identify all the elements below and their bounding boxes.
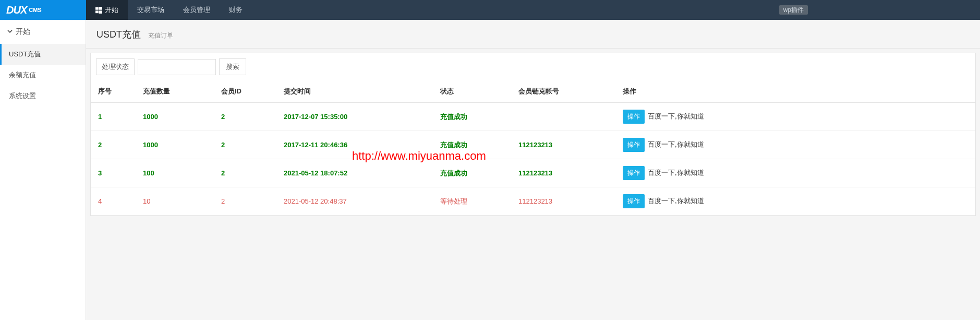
nav-label: 会员管理 xyxy=(183,5,210,15)
page-title: USDT充值 xyxy=(96,28,141,41)
row-action-button[interactable]: 操作 xyxy=(623,110,645,124)
td-amount: 100 xyxy=(138,159,216,187)
th-seq: 序号 xyxy=(91,80,138,103)
page-header: USDT充值 充值订单 xyxy=(86,20,980,49)
brand-text-big: DUX xyxy=(6,4,27,16)
td-seq: 1 xyxy=(91,103,138,131)
row-action-button[interactable]: 操作 xyxy=(623,166,645,180)
svg-rect-2 xyxy=(95,10,99,13)
orders-table: 序号 充值数量 会员ID 提交时间 状态 会员链克帐号 操作 110002201… xyxy=(91,80,975,216)
table-row: 41022021-05-12 20:48:37等待处理112123213操作百度… xyxy=(91,187,975,216)
nav-right: wp插件 xyxy=(779,6,808,15)
td-ops: 操作百度一下,你就知道 xyxy=(618,131,975,159)
nav-items: 开始 交易市场 会员管理 财务 xyxy=(86,0,252,20)
sidebar-item-label: 系统设置 xyxy=(9,92,36,100)
nav-label: 开始 xyxy=(105,5,118,15)
row-action-button[interactable]: 操作 xyxy=(623,194,645,208)
main-content: USDT充值 充值订单 处理状态 搜索 序号 充值数量 会员ID 提交时间 状态 xyxy=(86,20,980,320)
svg-rect-1 xyxy=(99,7,103,10)
th-amount: 充值数量 xyxy=(138,80,216,103)
th-submit-time: 提交时间 xyxy=(279,80,435,103)
chevron-down-icon xyxy=(7,28,13,35)
td-submit-time: 2017-12-07 15:35:00 xyxy=(279,103,435,131)
td-submit-time: 2021-05-12 18:07:52 xyxy=(279,159,435,187)
svg-rect-3 xyxy=(99,10,103,14)
sidebar-item-system-settings[interactable]: 系统设置 xyxy=(0,86,86,106)
sidebar-item-usdt-recharge[interactable]: USDT充值 xyxy=(0,44,86,65)
td-submit-time: 2021-05-12 20:48:37 xyxy=(279,187,435,216)
td-status: 充值成功 xyxy=(435,159,513,187)
table-header-row: 序号 充值数量 会员ID 提交时间 状态 会员链克帐号 操作 xyxy=(91,80,975,103)
td-ops: 操作百度一下,你就知道 xyxy=(618,103,975,131)
td-member-id: 2 xyxy=(216,131,279,159)
td-status: 充值成功 xyxy=(435,103,513,131)
th-chain-account: 会员链克帐号 xyxy=(513,80,618,103)
th-member-id: 会员ID xyxy=(216,80,279,103)
sidebar-item-label: 余额充值 xyxy=(9,71,36,79)
sidebar-header-label: 开始 xyxy=(16,27,30,37)
td-submit-time: 2017-12-11 20:46:36 xyxy=(279,131,435,159)
td-ops: 操作百度一下,你就知道 xyxy=(618,159,975,187)
td-amount: 10 xyxy=(138,187,216,216)
search-button[interactable]: 搜索 xyxy=(219,58,246,75)
td-status: 充值成功 xyxy=(435,131,513,159)
filter-label: 处理状态 xyxy=(96,58,135,75)
table-row: 1100022017-12-07 15:35:00充值成功操作百度一下,你就知道 xyxy=(91,103,975,131)
td-seq: 3 xyxy=(91,159,138,187)
sidebar: 开始 USDT充值 余额充值 系统设置 xyxy=(0,20,86,320)
td-chain-account xyxy=(513,103,618,131)
content-card: 处理状态 搜索 序号 充值数量 会员ID 提交时间 状态 会员链克帐号 操作 xyxy=(90,53,976,216)
svg-rect-0 xyxy=(95,7,99,9)
filter-bar: 处理状态 搜索 xyxy=(91,53,975,80)
td-ops: 操作百度一下,你就知道 xyxy=(618,187,975,216)
th-status: 状态 xyxy=(435,80,513,103)
sidebar-item-balance-recharge[interactable]: 余额充值 xyxy=(0,65,86,86)
nav-item-finance[interactable]: 财务 xyxy=(220,0,252,20)
td-chain-account: 112123213 xyxy=(513,187,618,216)
row-action-link[interactable]: 百度一下,你就知道 xyxy=(648,140,704,148)
sidebar-item-label: USDT充值 xyxy=(9,50,41,58)
table-row: 310022021-05-12 18:07:52充值成功112123213操作百… xyxy=(91,159,975,187)
nav-label: 财务 xyxy=(229,5,243,15)
row-action-button[interactable]: 操作 xyxy=(623,138,645,152)
th-ops: 操作 xyxy=(618,80,975,103)
td-chain-account: 112123213 xyxy=(513,131,618,159)
td-member-id: 2 xyxy=(216,187,279,216)
nav-label: 交易市场 xyxy=(137,5,164,15)
td-member-id: 2 xyxy=(216,159,279,187)
windows-icon xyxy=(95,7,102,14)
nav-item-members[interactable]: 会员管理 xyxy=(174,0,220,20)
td-member-id: 2 xyxy=(216,103,279,131)
td-status: 等待处理 xyxy=(435,187,513,216)
td-seq: 2 xyxy=(91,131,138,159)
top-nav: DUX CMS 开始 交易市场 会员管理 财务 wp插件 xyxy=(0,0,980,20)
filter-status-input[interactable] xyxy=(138,59,216,75)
nav-item-start[interactable]: 开始 xyxy=(86,0,128,20)
wp-plugin-badge[interactable]: wp插件 xyxy=(779,5,808,15)
brand-logo[interactable]: DUX CMS xyxy=(0,0,86,20)
table-row: 2100022017-12-11 20:46:36充值成功112123213操作… xyxy=(91,131,975,159)
td-chain-account: 112123213 xyxy=(513,159,618,187)
td-amount: 1000 xyxy=(138,131,216,159)
sidebar-header[interactable]: 开始 xyxy=(0,20,86,44)
row-action-link[interactable]: 百度一下,你就知道 xyxy=(648,169,704,176)
page-subtitle: 充值订单 xyxy=(148,31,173,40)
row-action-link[interactable]: 百度一下,你就知道 xyxy=(648,197,704,205)
td-amount: 1000 xyxy=(138,103,216,131)
row-action-link[interactable]: 百度一下,你就知道 xyxy=(648,112,704,120)
brand-text-small: CMS xyxy=(29,7,41,13)
nav-item-market[interactable]: 交易市场 xyxy=(128,0,174,20)
td-seq: 4 xyxy=(91,187,138,216)
